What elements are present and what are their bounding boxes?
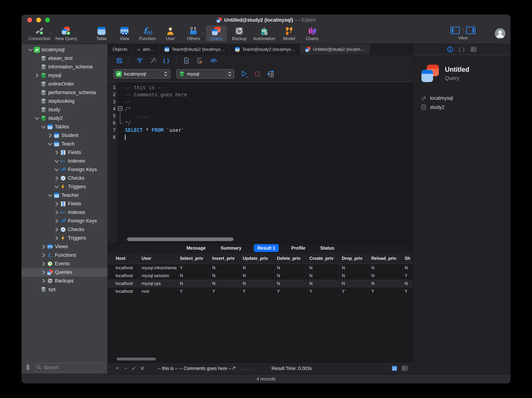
chevron-down-icon[interactable] <box>54 158 60 164</box>
tree-item-indexes[interactable]: A-ZIndexes <box>21 208 108 217</box>
sidebar-search[interactable] <box>34 363 105 372</box>
save-floppy-button[interactable] <box>116 57 123 64</box>
chevron-right-icon[interactable] <box>54 218 60 224</box>
toolbar-model-button[interactable]: Model <box>279 25 300 42</box>
grid-header-drop-priv[interactable]: Drop_priv <box>339 256 369 261</box>
chevron-right-icon[interactable] <box>47 132 53 138</box>
chevron-right-icon[interactable] <box>40 278 47 284</box>
chevron-right-icon[interactable] <box>54 235 60 241</box>
equalizer-button[interactable] <box>210 57 217 64</box>
grid-cell[interactable]: localhost <box>113 265 139 270</box>
chevron-down-icon[interactable] <box>40 124 47 130</box>
close-button[interactable] <box>27 18 32 22</box>
grid-cell[interactable]: N <box>339 273 369 278</box>
tree-item-events[interactable]: Events <box>21 260 108 268</box>
grid-cell[interactable]: mysql.session <box>139 273 177 278</box>
grid-cell[interactable]: N <box>402 265 413 270</box>
grid-row-2[interactable]: localhostmysql.sessionNNNNNNNY <box>108 272 413 280</box>
apply-changes-button[interactable]: ✓ <box>130 365 138 372</box>
result-tab-status[interactable]: Status <box>318 244 337 252</box>
grid-header-sh[interactable]: Sh <box>402 256 413 261</box>
tree-item-tables[interactable]: Tables <box>21 123 108 131</box>
grid-cell[interactable]: Y <box>369 289 402 294</box>
chevron-down-icon[interactable] <box>47 141 53 147</box>
discard-changes-button[interactable]: ✕ <box>138 365 146 372</box>
run-query-button[interactable] <box>240 69 248 78</box>
grid-cell[interactable]: Y <box>402 273 413 278</box>
chevron-right-icon[interactable] <box>54 175 60 181</box>
grid-cell[interactable]: N <box>339 265 369 270</box>
toolbar-connection-button[interactable]: ⌄Connection <box>27 25 52 42</box>
query-text-button[interactable] <box>183 57 190 64</box>
chevron-right-icon[interactable] <box>34 73 40 79</box>
result-tab-profile[interactable]: Profile <box>289 244 308 252</box>
tree-item-student[interactable]: Student <box>21 131 108 140</box>
tree-item-performance-schema[interactable]: performance_schema <box>21 88 108 97</box>
grid-cell[interactable]: Y <box>177 265 210 270</box>
grid-header-insert-priv[interactable]: Insert_priv <box>210 256 240 261</box>
toolbar-query-button[interactable]: Query <box>206 25 227 42</box>
tab-overflow-icon[interactable]: « <box>137 46 140 52</box>
tab-teach-study2-localmys[interactable]: Teach@study2 (localmys… <box>230 44 300 55</box>
tree-item-foreign-keys[interactable]: Foreign Keys <box>21 217 108 225</box>
minimize-button[interactable] <box>36 18 41 22</box>
toolbar-view-button[interactable]: View <box>114 25 135 42</box>
grid-cell[interactable]: Y <box>210 289 240 294</box>
beautify-sql-button[interactable] <box>136 57 143 64</box>
editor-line-2[interactable]: 2-- Comments goes here <box>108 91 413 98</box>
grid-cell[interactable]: N <box>240 273 275 278</box>
grid-cell[interactable]: N <box>402 281 413 286</box>
toolbar-new-query-button[interactable]: New Query <box>54 25 78 42</box>
tree-item-teach[interactable]: Teach <box>21 140 108 148</box>
chevron-right-icon[interactable] <box>40 252 47 258</box>
tree-item-ebean-test[interactable]: ebean_test <box>21 54 108 63</box>
editor-horizontal-scrollbar[interactable] <box>127 237 234 241</box>
chevron-right-icon[interactable] <box>54 149 60 156</box>
info-tab-icon[interactable] <box>447 46 453 52</box>
toolbar-automation-button[interactable]: Automation <box>252 25 277 42</box>
grid-cell[interactable]: N <box>307 273 339 278</box>
search-input[interactable] <box>43 365 102 371</box>
form-view-button[interactable] <box>402 365 408 371</box>
database-select[interactable]: mysql <box>176 69 234 79</box>
grid-header-reload-priv[interactable]: Reload_priv <box>369 256 402 261</box>
editor-line-4[interactable]: 4−/* <box>108 105 413 112</box>
grid-cell[interactable]: localhost <box>113 289 139 294</box>
grid-cell[interactable]: localhost <box>113 281 139 286</box>
grid-cell[interactable]: N <box>210 273 240 278</box>
chevron-down-icon[interactable] <box>34 115 40 121</box>
delete-record-button[interactable]: − <box>121 365 130 372</box>
columns-tab-icon[interactable] <box>470 46 477 52</box>
grid-row-3[interactable]: localhostmysql.sysNNNNNNNN <box>108 280 413 287</box>
chevron-right-icon[interactable] <box>40 244 47 250</box>
tree-item-onlineorder[interactable]: onlineOrder <box>21 80 108 88</box>
grid-cell[interactable]: Y <box>177 289 210 294</box>
grid-cell[interactable]: Y <box>240 289 275 294</box>
grid-cell[interactable]: Y <box>307 289 339 294</box>
tree-item-checks[interactable]: Checks <box>21 174 108 182</box>
result-tab-summary[interactable]: Summary <box>218 244 244 252</box>
toolbar-table-button[interactable]: Table <box>91 25 112 42</box>
editor-line-1[interactable]: 1-- this is -- <box>108 84 413 91</box>
tree-item-sys[interactable]: sys <box>21 285 108 294</box>
result-tab-result-1[interactable]: Result 1 <box>254 244 279 252</box>
grid-cell[interactable]: localhost <box>113 273 139 278</box>
grid-header-create-priv[interactable]: Create_priv <box>307 256 339 261</box>
tree-item-fields[interactable]: Fields <box>21 199 108 208</box>
grid-cell[interactable]: N <box>210 265 240 270</box>
tree-item-triggers[interactable]: Triggers <box>21 182 108 191</box>
chevron-down-icon[interactable] <box>47 192 53 199</box>
grid-header-host[interactable]: Host <box>113 256 139 261</box>
editor-line-8[interactable]: 8 <box>108 134 413 141</box>
chevron-right-icon[interactable] <box>54 209 60 216</box>
grid-cell[interactable]: N <box>240 265 275 270</box>
grid-header-update-priv[interactable]: Update_priv <box>240 256 275 261</box>
editor-line-3[interactable]: 3-- <box>108 98 413 105</box>
grid-cell[interactable]: Y <box>275 289 307 294</box>
grid-cell[interactable]: N <box>369 265 402 270</box>
parentheses-button[interactable]: ( ) <box>163 57 170 64</box>
explain-plan-button[interactable] <box>267 70 275 78</box>
grid-cell[interactable]: N <box>307 281 339 286</box>
connection-select[interactable]: localmysql <box>113 69 170 79</box>
tab-objects[interactable]: Objects <box>108 44 133 55</box>
